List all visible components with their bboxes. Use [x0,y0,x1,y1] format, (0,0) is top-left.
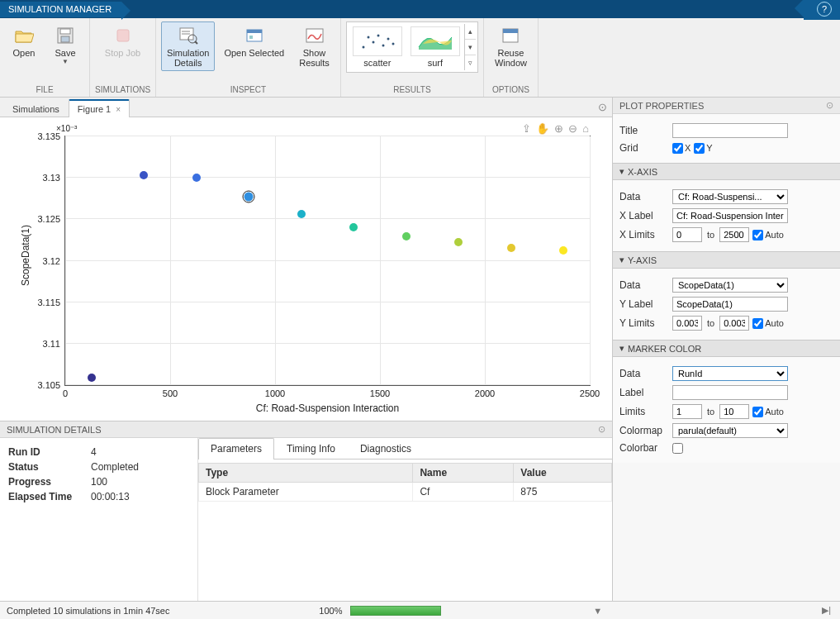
save-button[interactable]: Save ▼ [46,21,84,69]
xlim-lo-input[interactable] [672,227,702,242]
gallery-surf[interactable]: surf [406,24,464,70]
marker-auto-checkbox[interactable]: Auto [752,407,784,417]
xlim-auto-checkbox[interactable]: Auto [752,230,784,240]
close-icon[interactable]: × [116,105,121,114]
data-point[interactable] [507,244,515,252]
ribbon-group-options: Reuse Window OPTIONS [484,18,539,97]
reuse-window-button[interactable]: Reuse Window [489,21,533,71]
surf-thumb-icon [411,26,460,56]
tab-simulations[interactable]: Simulations [3,100,69,117]
export-icon[interactable]: ⇪ [522,122,531,135]
marker-lim-hi-input[interactable] [719,404,749,419]
y-axis-label: ScopeData(1) [20,225,31,286]
xlabel-input[interactable] [672,208,788,223]
data-point[interactable] [244,193,254,202]
data-point[interactable] [297,210,306,218]
ytick: 3.115 [37,298,60,307]
parameters-table: Type Name Value Block Parameter Cf 875 [198,463,612,502]
gallery-down-icon[interactable]: ▾ [465,40,476,55]
axes[interactable]: 050010001500200025003.1053.113.1153.123.… [64,136,591,386]
zoom-in-icon[interactable]: ⊕ [554,122,563,135]
show-results-button[interactable]: Show Results [293,21,335,71]
save-icon [54,25,77,46]
panel-options-icon[interactable]: ⊙ [826,100,833,111]
titlebar: SIMULATION MANAGER ? [0,0,840,18]
left-column: Simulations Figure 1× ⊙ ⇪ ✋ ⊕ ⊖ ⌂ ×10⁻³ … [0,98,613,601]
yaxis-section[interactable]: ▾Y-AXIS [613,251,840,269]
grid-y-checkbox[interactable]: Y [694,143,712,154]
grid-x-checkbox[interactable]: X [672,143,691,154]
zoom-out-icon[interactable]: ⊖ [568,122,577,135]
panel-options-icon[interactable]: ⊙ [598,101,607,113]
home-icon[interactable]: ⌂ [582,122,589,135]
title-input[interactable] [672,123,788,138]
data-point[interactable] [88,374,96,382]
xaxis-data-select[interactable]: Cf: Road-Suspensi... [672,189,788,204]
chevron-down-icon: ▾ [619,166,624,177]
help-wrap[interactable]: ? [804,0,840,20]
marker-label-input[interactable] [672,385,788,400]
svg-point-19 [392,43,394,45]
svg-rect-2 [61,36,69,42]
open-selected-button[interactable]: Open Selected [218,21,290,61]
ylim-auto-checkbox[interactable]: Auto [752,318,784,329]
gallery-expand-icon[interactable]: ▿ [465,55,476,70]
details-icon [177,25,200,46]
svg-point-14 [367,36,369,39]
colormap-select[interactable]: parula(default) [672,423,788,438]
results-icon [303,25,326,46]
tab-diagnostics[interactable]: Diagnostics [348,438,424,459]
svg-rect-1 [60,29,70,34]
main: Simulations Figure 1× ⊙ ⇪ ✋ ⊕ ⊖ ⌂ ×10⁻³ … [0,98,840,601]
scroll-right-icon[interactable]: ▶| [819,605,833,616]
svg-rect-3 [117,30,129,41]
ylim-lo-input[interactable] [672,316,702,331]
data-point[interactable] [454,238,463,246]
folder-open-icon [12,25,36,46]
svg-point-16 [377,35,379,37]
data-point[interactable] [402,232,411,240]
gallery-up-icon[interactable]: ▴ [465,24,476,40]
tab-parameters[interactable]: Parameters [198,438,274,459]
status-percent: 100% [319,606,342,616]
ylim-hi-input[interactable] [719,316,749,331]
tab-figure-1[interactable]: Figure 1× [69,99,130,117]
ribbon-group-results: scatter surf ▴ ▾ ▿ RESULTS [341,18,484,97]
figure-tabs: Simulations Figure 1× ⊙ [0,98,612,117]
stop-icon [112,25,135,46]
data-point[interactable] [192,174,201,182]
details-header: SIMULATION DETAILS ⊙ [0,421,612,438]
xtick: 0 [63,388,68,398]
data-point[interactable] [559,246,567,255]
pan-icon[interactable]: ✋ [536,122,549,135]
svg-rect-11 [249,36,253,39]
plot-area: ⇪ ✋ ⊕ ⊖ ⌂ ×10⁻³ 050010001500200025003.10… [0,117,612,421]
svg-point-18 [387,38,389,40]
status-progressbar [350,606,441,616]
gallery-scatter[interactable]: scatter [349,24,406,70]
window-icon [499,25,522,46]
open-button[interactable]: Open [5,21,43,61]
marker-lim-lo-input[interactable] [672,404,702,419]
xlim-hi-input[interactable] [719,227,749,242]
simulation-details-button[interactable]: Simulation Details [161,21,215,71]
data-point[interactable] [349,223,358,231]
panel-options-icon[interactable]: ⊙ [598,424,605,435]
scroll-down-icon[interactable]: ▼ [591,606,605,616]
data-point[interactable] [140,171,148,179]
marker-data-select[interactable]: RunId [672,366,788,381]
marker-section[interactable]: ▾MARKER COLOR [613,340,840,357]
xtick: 1500 [370,388,390,398]
xaxis-section[interactable]: ▾X-AXIS [613,163,840,180]
table-row[interactable]: Block Parameter Cf 875 [199,483,612,502]
tab-timing-info[interactable]: Timing Info [274,438,348,459]
elapsed-value: 00:00:13 [91,489,189,504]
run-id-value: 4 [91,445,189,459]
detail-tabs: Parameters Timing Info Diagnostics [198,438,612,459]
colorbar-checkbox[interactable] [672,443,683,454]
gallery-nav[interactable]: ▴ ▾ ▿ [464,24,476,70]
ylabel-input[interactable] [672,297,788,312]
plot-toolbar: ⇪ ✋ ⊕ ⊖ ⌂ [522,122,589,135]
details-kv: Run ID4 StatusCompleted Progress100 Elap… [0,438,198,601]
yaxis-data-select[interactable]: ScopeData(1) [672,278,788,293]
